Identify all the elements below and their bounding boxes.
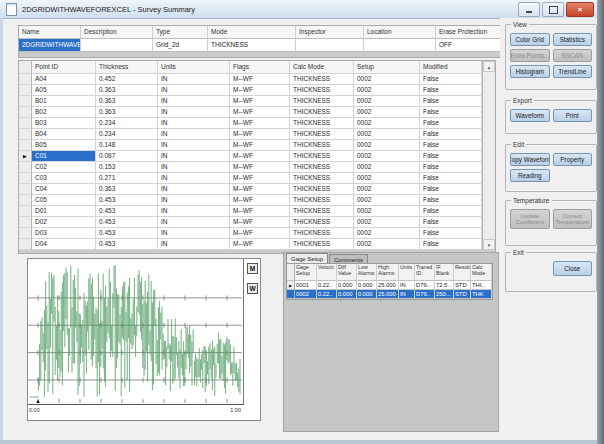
summary-cell[interactable] [364, 39, 436, 52]
row-selector[interactable] [19, 239, 32, 250]
table-cell[interactable]: THK [471, 290, 491, 299]
close-window-button[interactable]: × [566, 2, 594, 17]
table-cell[interactable]: False [420, 173, 482, 184]
table-cell[interactable]: False [420, 118, 482, 129]
table-cell[interactable]: 0.148 [96, 140, 158, 151]
table-cell[interactable]: IN [158, 228, 230, 239]
table-cell[interactable]: D79.. [415, 281, 435, 290]
table-cell[interactable]: 0002 [354, 107, 420, 118]
column-header[interactable]: Location [364, 26, 436, 39]
row-selector[interactable] [19, 206, 32, 217]
table-cell[interactable]: 0002 [354, 140, 420, 151]
table-cell[interactable]: B01 [32, 96, 96, 107]
table-cell[interactable]: C02 [32, 162, 96, 173]
table-cell[interactable]: M--WF [230, 239, 290, 250]
table-cell[interactable]: A04 [32, 74, 96, 85]
table-cell[interactable]: THICKNESS [290, 151, 354, 162]
table-cell[interactable]: D79.. [415, 290, 435, 299]
table-cell[interactable]: D04 [32, 239, 96, 250]
table-cell[interactable]: IN [158, 85, 230, 96]
table-cell[interactable]: 0.087 [96, 151, 158, 162]
minimize-button[interactable] [518, 2, 540, 17]
table-cell[interactable]: B04 [32, 129, 96, 140]
histogram-button[interactable]: Histogram [510, 65, 550, 78]
column-header[interactable]: Low Alarms [357, 264, 377, 281]
table-cell[interactable]: 0002 [354, 118, 420, 129]
copy-waveform-button[interactable]: Copy Waveform [510, 153, 550, 166]
row-selector[interactable] [287, 290, 295, 299]
table-cell[interactable]: False [420, 85, 482, 96]
table-cell[interactable]: IN [158, 107, 230, 118]
table-cell[interactable]: 25.000 [377, 290, 399, 299]
table-cell[interactable]: IN [158, 151, 230, 162]
vertical-scrollbar[interactable]: ▲ ▼ [482, 61, 495, 250]
row-selector[interactable] [19, 162, 32, 173]
column-header[interactable]: IF Blank [435, 264, 454, 281]
table-cell[interactable]: M--WF [230, 184, 290, 195]
table-cell[interactable]: C01 [32, 151, 96, 162]
table-cell[interactable]: C03 [32, 173, 96, 184]
table-cell[interactable]: IN [399, 290, 415, 299]
table-cell[interactable]: M--WF [230, 85, 290, 96]
table-cell[interactable]: 0002 [354, 129, 420, 140]
table-cell[interactable]: THICKNESS [290, 206, 354, 217]
table-cell[interactable]: IN [158, 74, 230, 85]
table-cell[interactable]: 0.453 [96, 217, 158, 228]
table-cell[interactable]: 0002 [354, 206, 420, 217]
column-header[interactable]: Name [19, 26, 81, 39]
table-cell[interactable]: THICKNESS [290, 140, 354, 151]
statistics-button[interactable]: Statistics [553, 33, 593, 46]
table-cell[interactable]: M--WF [230, 96, 290, 107]
table-cell[interactable]: 0.234 [96, 129, 158, 140]
column-header[interactable]: Type [153, 26, 208, 39]
table-cell[interactable]: 0001 [295, 281, 317, 290]
table-cell[interactable]: 0.271 [96, 173, 158, 184]
cursor-marker-icon[interactable]: ▲ [35, 398, 41, 404]
tab-comments[interactable]: Comments [329, 254, 368, 263]
table-cell[interactable]: STD [454, 290, 471, 299]
table-cell[interactable]: M--WF [230, 173, 290, 184]
table-cell[interactable]: 0002 [354, 74, 420, 85]
table-cell[interactable]: D02 [32, 217, 96, 228]
row-selector[interactable] [19, 173, 32, 184]
table-cell[interactable]: False [420, 239, 482, 250]
table-cell[interactable]: 25.000 [377, 281, 399, 290]
table-cell[interactable]: False [420, 96, 482, 107]
table-cell[interactable]: D01 [32, 206, 96, 217]
table-cell[interactable]: B02 [32, 107, 96, 118]
row-selector[interactable] [19, 217, 32, 228]
table-cell[interactable]: B03 [32, 118, 96, 129]
table-cell[interactable]: M--WF [230, 195, 290, 206]
table-cell[interactable]: 0002 [354, 195, 420, 206]
column-header[interactable]: Transd ID [415, 264, 435, 281]
row-selector[interactable] [19, 96, 32, 107]
table-cell[interactable]: 0.363 [96, 184, 158, 195]
table-cell[interactable]: THICKNESS [290, 85, 354, 96]
table-cell[interactable]: 0002 [354, 162, 420, 173]
table-cell[interactable]: 0002 [295, 290, 317, 299]
table-cell[interactable]: M--WF [230, 162, 290, 173]
table-cell[interactable]: 0.234 [96, 118, 158, 129]
waveform-button[interactable]: Waveform [510, 109, 550, 122]
row-selector[interactable] [19, 129, 32, 140]
property-button[interactable]: Property [553, 153, 593, 166]
table-cell[interactable]: 0002 [354, 151, 420, 162]
table-cell[interactable]: 0.22.. [317, 290, 337, 299]
table-cell[interactable]: False [420, 107, 482, 118]
table-cell[interactable]: STD [454, 281, 471, 290]
row-selector[interactable] [19, 228, 32, 239]
table-cell[interactable]: False [420, 195, 482, 206]
table-cell[interactable]: D03 [32, 228, 96, 239]
column-header[interactable]: Diff Value [337, 264, 357, 281]
row-selector[interactable] [19, 118, 32, 129]
table-cell[interactable]: False [420, 206, 482, 217]
table-cell[interactable]: C04 [32, 184, 96, 195]
tab-gage-setup[interactable]: Gage Setup [286, 253, 328, 263]
column-header[interactable]: Modified [420, 61, 482, 74]
table-cell[interactable]: 0002 [354, 85, 420, 96]
table-cell[interactable]: 0002 [354, 173, 420, 184]
w-mode-button[interactable]: W [247, 283, 258, 294]
table-cell[interactable]: 0.453 [96, 239, 158, 250]
column-header[interactable]: Calc Mode [471, 264, 491, 281]
column-header[interactable]: Velocit [317, 264, 337, 281]
